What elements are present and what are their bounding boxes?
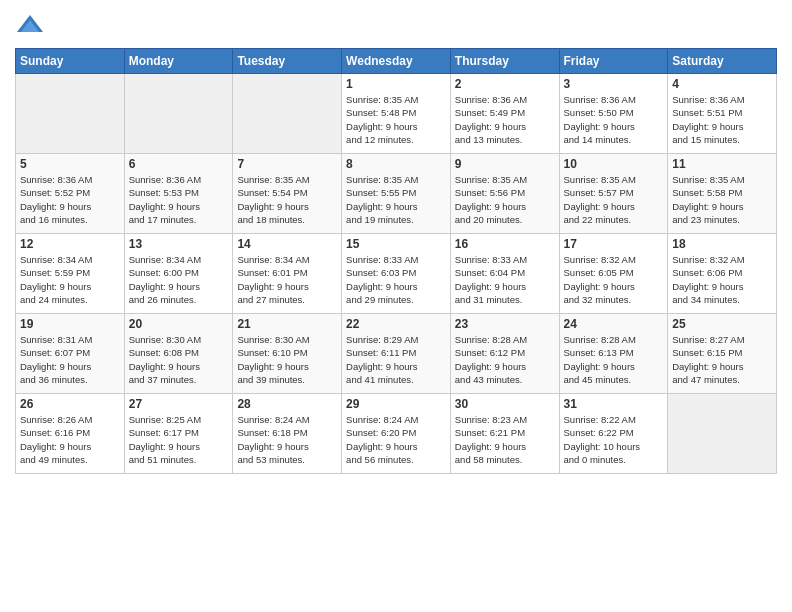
day-number: 23 <box>455 317 555 331</box>
calendar-day-cell: 19Sunrise: 8:31 AM Sunset: 6:07 PM Dayli… <box>16 314 125 394</box>
day-number: 11 <box>672 157 772 171</box>
calendar-day-cell <box>16 74 125 154</box>
day-info: Sunrise: 8:36 AM Sunset: 5:52 PM Dayligh… <box>20 173 120 226</box>
calendar-day-cell: 11Sunrise: 8:35 AM Sunset: 5:58 PM Dayli… <box>668 154 777 234</box>
calendar-day-cell: 18Sunrise: 8:32 AM Sunset: 6:06 PM Dayli… <box>668 234 777 314</box>
calendar-day-cell: 21Sunrise: 8:30 AM Sunset: 6:10 PM Dayli… <box>233 314 342 394</box>
page-header <box>15 10 777 40</box>
day-info: Sunrise: 8:30 AM Sunset: 6:08 PM Dayligh… <box>129 333 229 386</box>
calendar-week-row: 5Sunrise: 8:36 AM Sunset: 5:52 PM Daylig… <box>16 154 777 234</box>
day-info: Sunrise: 8:35 AM Sunset: 5:48 PM Dayligh… <box>346 93 446 146</box>
day-number: 7 <box>237 157 337 171</box>
day-info: Sunrise: 8:24 AM Sunset: 6:18 PM Dayligh… <box>237 413 337 466</box>
weekday-header: Wednesday <box>342 49 451 74</box>
weekday-header: Thursday <box>450 49 559 74</box>
day-number: 8 <box>346 157 446 171</box>
page-container: SundayMondayTuesdayWednesdayThursdayFrid… <box>0 0 792 484</box>
calendar-day-cell: 29Sunrise: 8:24 AM Sunset: 6:20 PM Dayli… <box>342 394 451 474</box>
calendar-day-cell: 22Sunrise: 8:29 AM Sunset: 6:11 PM Dayli… <box>342 314 451 394</box>
calendar-day-cell: 31Sunrise: 8:22 AM Sunset: 6:22 PM Dayli… <box>559 394 668 474</box>
day-info: Sunrise: 8:36 AM Sunset: 5:49 PM Dayligh… <box>455 93 555 146</box>
day-info: Sunrise: 8:36 AM Sunset: 5:50 PM Dayligh… <box>564 93 664 146</box>
day-info: Sunrise: 8:34 AM Sunset: 6:01 PM Dayligh… <box>237 253 337 306</box>
day-info: Sunrise: 8:26 AM Sunset: 6:16 PM Dayligh… <box>20 413 120 466</box>
day-number: 4 <box>672 77 772 91</box>
day-number: 2 <box>455 77 555 91</box>
calendar-day-cell: 30Sunrise: 8:23 AM Sunset: 6:21 PM Dayli… <box>450 394 559 474</box>
day-info: Sunrise: 8:35 AM Sunset: 5:55 PM Dayligh… <box>346 173 446 226</box>
logo <box>15 10 49 40</box>
calendar-day-cell: 20Sunrise: 8:30 AM Sunset: 6:08 PM Dayli… <box>124 314 233 394</box>
day-info: Sunrise: 8:28 AM Sunset: 6:12 PM Dayligh… <box>455 333 555 386</box>
day-info: Sunrise: 8:36 AM Sunset: 5:51 PM Dayligh… <box>672 93 772 146</box>
day-info: Sunrise: 8:35 AM Sunset: 5:56 PM Dayligh… <box>455 173 555 226</box>
calendar-day-cell: 14Sunrise: 8:34 AM Sunset: 6:01 PM Dayli… <box>233 234 342 314</box>
day-number: 20 <box>129 317 229 331</box>
day-info: Sunrise: 8:28 AM Sunset: 6:13 PM Dayligh… <box>564 333 664 386</box>
calendar-day-cell: 28Sunrise: 8:24 AM Sunset: 6:18 PM Dayli… <box>233 394 342 474</box>
day-number: 30 <box>455 397 555 411</box>
calendar-day-cell: 16Sunrise: 8:33 AM Sunset: 6:04 PM Dayli… <box>450 234 559 314</box>
calendar-week-row: 26Sunrise: 8:26 AM Sunset: 6:16 PM Dayli… <box>16 394 777 474</box>
day-number: 5 <box>20 157 120 171</box>
day-number: 26 <box>20 397 120 411</box>
day-number: 10 <box>564 157 664 171</box>
calendar-header-row: SundayMondayTuesdayWednesdayThursdayFrid… <box>16 49 777 74</box>
calendar-day-cell: 15Sunrise: 8:33 AM Sunset: 6:03 PM Dayli… <box>342 234 451 314</box>
calendar-day-cell: 27Sunrise: 8:25 AM Sunset: 6:17 PM Dayli… <box>124 394 233 474</box>
day-info: Sunrise: 8:34 AM Sunset: 5:59 PM Dayligh… <box>20 253 120 306</box>
calendar-day-cell: 9Sunrise: 8:35 AM Sunset: 5:56 PM Daylig… <box>450 154 559 234</box>
day-number: 12 <box>20 237 120 251</box>
day-info: Sunrise: 8:36 AM Sunset: 5:53 PM Dayligh… <box>129 173 229 226</box>
calendar-day-cell: 25Sunrise: 8:27 AM Sunset: 6:15 PM Dayli… <box>668 314 777 394</box>
day-info: Sunrise: 8:27 AM Sunset: 6:15 PM Dayligh… <box>672 333 772 386</box>
day-number: 6 <box>129 157 229 171</box>
weekday-header: Sunday <box>16 49 125 74</box>
day-number: 21 <box>237 317 337 331</box>
calendar-day-cell: 26Sunrise: 8:26 AM Sunset: 6:16 PM Dayli… <box>16 394 125 474</box>
day-number: 31 <box>564 397 664 411</box>
weekday-header: Tuesday <box>233 49 342 74</box>
day-number: 18 <box>672 237 772 251</box>
day-number: 14 <box>237 237 337 251</box>
weekday-header: Monday <box>124 49 233 74</box>
day-info: Sunrise: 8:31 AM Sunset: 6:07 PM Dayligh… <box>20 333 120 386</box>
calendar-week-row: 1Sunrise: 8:35 AM Sunset: 5:48 PM Daylig… <box>16 74 777 154</box>
calendar-day-cell: 23Sunrise: 8:28 AM Sunset: 6:12 PM Dayli… <box>450 314 559 394</box>
day-info: Sunrise: 8:30 AM Sunset: 6:10 PM Dayligh… <box>237 333 337 386</box>
calendar-day-cell: 2Sunrise: 8:36 AM Sunset: 5:49 PM Daylig… <box>450 74 559 154</box>
calendar-day-cell: 17Sunrise: 8:32 AM Sunset: 6:05 PM Dayli… <box>559 234 668 314</box>
calendar-day-cell: 13Sunrise: 8:34 AM Sunset: 6:00 PM Dayli… <box>124 234 233 314</box>
day-number: 19 <box>20 317 120 331</box>
day-number: 9 <box>455 157 555 171</box>
calendar-day-cell <box>668 394 777 474</box>
day-number: 29 <box>346 397 446 411</box>
day-info: Sunrise: 8:35 AM Sunset: 5:57 PM Dayligh… <box>564 173 664 226</box>
day-number: 22 <box>346 317 446 331</box>
day-number: 16 <box>455 237 555 251</box>
day-info: Sunrise: 8:35 AM Sunset: 5:54 PM Dayligh… <box>237 173 337 226</box>
calendar-day-cell: 12Sunrise: 8:34 AM Sunset: 5:59 PM Dayli… <box>16 234 125 314</box>
calendar-day-cell <box>124 74 233 154</box>
day-number: 3 <box>564 77 664 91</box>
calendar-week-row: 12Sunrise: 8:34 AM Sunset: 5:59 PM Dayli… <box>16 234 777 314</box>
weekday-header: Friday <box>559 49 668 74</box>
day-number: 1 <box>346 77 446 91</box>
calendar-day-cell: 8Sunrise: 8:35 AM Sunset: 5:55 PM Daylig… <box>342 154 451 234</box>
day-info: Sunrise: 8:32 AM Sunset: 6:06 PM Dayligh… <box>672 253 772 306</box>
day-info: Sunrise: 8:22 AM Sunset: 6:22 PM Dayligh… <box>564 413 664 466</box>
day-info: Sunrise: 8:33 AM Sunset: 6:04 PM Dayligh… <box>455 253 555 306</box>
calendar-day-cell: 5Sunrise: 8:36 AM Sunset: 5:52 PM Daylig… <box>16 154 125 234</box>
day-number: 17 <box>564 237 664 251</box>
weekday-header: Saturday <box>668 49 777 74</box>
day-info: Sunrise: 8:34 AM Sunset: 6:00 PM Dayligh… <box>129 253 229 306</box>
day-number: 15 <box>346 237 446 251</box>
day-info: Sunrise: 8:23 AM Sunset: 6:21 PM Dayligh… <box>455 413 555 466</box>
calendar-week-row: 19Sunrise: 8:31 AM Sunset: 6:07 PM Dayli… <box>16 314 777 394</box>
day-info: Sunrise: 8:32 AM Sunset: 6:05 PM Dayligh… <box>564 253 664 306</box>
day-number: 28 <box>237 397 337 411</box>
day-number: 13 <box>129 237 229 251</box>
day-info: Sunrise: 8:35 AM Sunset: 5:58 PM Dayligh… <box>672 173 772 226</box>
calendar-day-cell: 3Sunrise: 8:36 AM Sunset: 5:50 PM Daylig… <box>559 74 668 154</box>
calendar-table: SundayMondayTuesdayWednesdayThursdayFrid… <box>15 48 777 474</box>
